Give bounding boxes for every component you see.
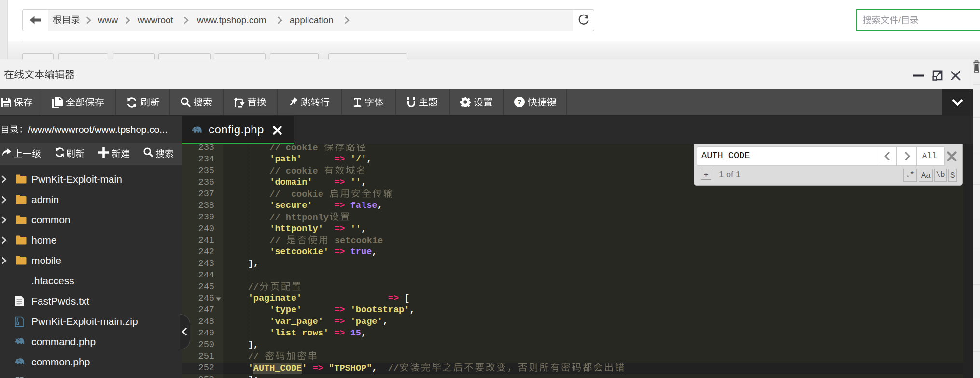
svg-text:?: ?	[517, 98, 521, 106]
